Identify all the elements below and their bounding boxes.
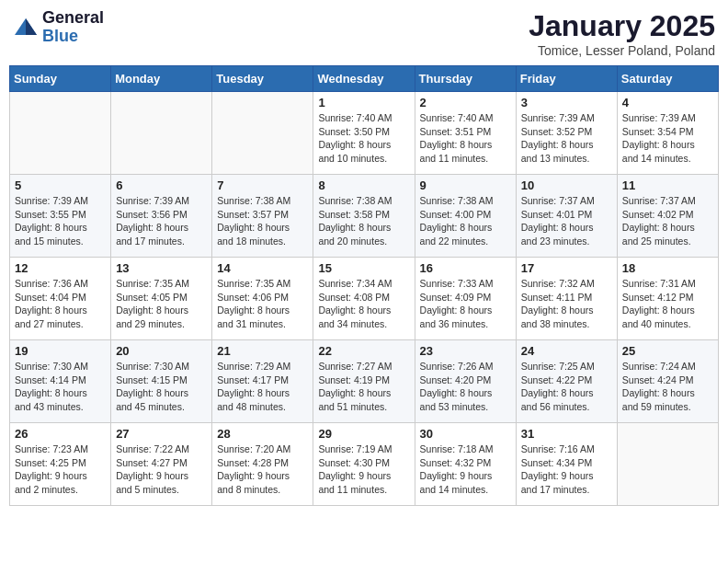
calendar-cell: 7Sunrise: 7:38 AM Sunset: 3:57 PM Daylig… [212, 175, 313, 258]
day-number: 4 [622, 96, 713, 109]
day-info: Sunrise: 7:34 AM Sunset: 4:08 PM Dayligh… [318, 277, 409, 331]
calendar-cell: 30Sunrise: 7:18 AM Sunset: 4:32 PM Dayli… [415, 423, 516, 506]
day-info: Sunrise: 7:35 AM Sunset: 4:06 PM Dayligh… [217, 277, 308, 331]
day-header-thursday: Thursday [415, 66, 516, 92]
day-header-wednesday: Wednesday [313, 66, 415, 92]
day-info: Sunrise: 7:29 AM Sunset: 4:17 PM Dayligh… [217, 360, 308, 414]
logo-general: General [42, 9, 104, 28]
calendar-cell: 11Sunrise: 7:37 AM Sunset: 4:02 PM Dayli… [617, 175, 718, 258]
logo-icon [13, 15, 39, 40]
title-block: January 2025 Tomice, Lesser Poland, Pola… [529, 9, 715, 58]
day-info: Sunrise: 7:22 AM Sunset: 4:27 PM Dayligh… [116, 442, 207, 497]
day-number: 1 [318, 96, 409, 109]
day-info: Sunrise: 7:36 AM Sunset: 4:04 PM Dayligh… [15, 277, 106, 331]
day-number: 19 [15, 344, 106, 358]
day-number: 8 [318, 178, 409, 192]
logo-text: General Blue [42, 9, 104, 46]
calendar-cell: 3Sunrise: 7:39 AM Sunset: 3:52 PM Daylig… [516, 92, 617, 175]
logo: General Blue [13, 9, 104, 46]
day-number: 20 [116, 344, 207, 358]
calendar-week-5: 26Sunrise: 7:23 AM Sunset: 4:25 PM Dayli… [10, 423, 719, 506]
calendar-week-1: 1Sunrise: 7:40 AM Sunset: 3:50 PM Daylig… [10, 92, 719, 175]
location: Tomice, Lesser Poland, Poland [529, 43, 715, 58]
day-number: 31 [521, 427, 612, 441]
calendar-cell: 28Sunrise: 7:20 AM Sunset: 4:28 PM Dayli… [212, 423, 313, 506]
day-info: Sunrise: 7:39 AM Sunset: 3:55 PM Dayligh… [15, 194, 106, 248]
day-info: Sunrise: 7:30 AM Sunset: 4:15 PM Dayligh… [116, 360, 207, 414]
day-info: Sunrise: 7:18 AM Sunset: 4:32 PM Dayligh… [420, 442, 511, 497]
calendar-cell: 1Sunrise: 7:40 AM Sunset: 3:50 PM Daylig… [313, 92, 415, 175]
day-info: Sunrise: 7:38 AM Sunset: 3:58 PM Dayligh… [318, 194, 409, 248]
day-number: 21 [217, 344, 308, 358]
day-info: Sunrise: 7:39 AM Sunset: 3:54 PM Dayligh… [622, 111, 713, 166]
day-number: 3 [521, 96, 612, 109]
calendar-cell: 5Sunrise: 7:39 AM Sunset: 3:55 PM Daylig… [10, 175, 111, 258]
calendar-cell [10, 92, 111, 175]
calendar-cell: 19Sunrise: 7:30 AM Sunset: 4:14 PM Dayli… [10, 340, 111, 423]
day-info: Sunrise: 7:30 AM Sunset: 4:14 PM Dayligh… [15, 360, 106, 414]
day-number: 29 [318, 427, 409, 441]
day-number: 17 [521, 261, 612, 275]
day-header-friday: Friday [516, 66, 617, 92]
calendar-cell: 23Sunrise: 7:26 AM Sunset: 4:20 PM Dayli… [415, 340, 516, 423]
calendar-cell: 8Sunrise: 7:38 AM Sunset: 3:58 PM Daylig… [313, 175, 415, 258]
calendar-week-2: 5Sunrise: 7:39 AM Sunset: 3:55 PM Daylig… [10, 175, 719, 258]
day-info: Sunrise: 7:39 AM Sunset: 3:52 PM Dayligh… [521, 111, 612, 166]
day-info: Sunrise: 7:35 AM Sunset: 4:05 PM Dayligh… [116, 277, 207, 331]
day-number: 12 [15, 261, 106, 275]
day-number: 6 [116, 178, 207, 192]
day-number: 18 [622, 261, 713, 275]
calendar-cell: 27Sunrise: 7:22 AM Sunset: 4:27 PM Dayli… [111, 423, 212, 506]
day-number: 30 [420, 427, 511, 441]
day-number: 23 [420, 344, 511, 358]
day-info: Sunrise: 7:26 AM Sunset: 4:20 PM Dayligh… [420, 360, 511, 414]
day-number: 11 [622, 178, 713, 192]
day-info: Sunrise: 7:27 AM Sunset: 4:19 PM Dayligh… [318, 360, 409, 414]
calendar-cell: 2Sunrise: 7:40 AM Sunset: 3:51 PM Daylig… [415, 92, 516, 175]
calendar-cell: 24Sunrise: 7:25 AM Sunset: 4:22 PM Dayli… [516, 340, 617, 423]
day-number: 15 [318, 261, 409, 275]
calendar-cell: 4Sunrise: 7:39 AM Sunset: 3:54 PM Daylig… [617, 92, 718, 175]
calendar-week-4: 19Sunrise: 7:30 AM Sunset: 4:14 PM Dayli… [10, 340, 719, 423]
calendar-cell: 29Sunrise: 7:19 AM Sunset: 4:30 PM Dayli… [313, 423, 415, 506]
day-info: Sunrise: 7:40 AM Sunset: 3:50 PM Dayligh… [318, 111, 409, 166]
day-info: Sunrise: 7:23 AM Sunset: 4:25 PM Dayligh… [15, 442, 106, 497]
calendar-cell: 17Sunrise: 7:32 AM Sunset: 4:11 PM Dayli… [516, 258, 617, 340]
calendar-cell: 6Sunrise: 7:39 AM Sunset: 3:56 PM Daylig… [111, 175, 212, 258]
calendar-cell: 16Sunrise: 7:33 AM Sunset: 4:09 PM Dayli… [415, 258, 516, 340]
day-info: Sunrise: 7:24 AM Sunset: 4:24 PM Dayligh… [622, 360, 713, 414]
day-info: Sunrise: 7:31 AM Sunset: 4:12 PM Dayligh… [622, 277, 713, 331]
day-number: 10 [521, 178, 612, 192]
day-number: 26 [15, 427, 106, 441]
day-header-tuesday: Tuesday [212, 66, 313, 92]
day-info: Sunrise: 7:37 AM Sunset: 4:02 PM Dayligh… [622, 194, 713, 248]
day-number: 16 [420, 261, 511, 275]
day-number: 14 [217, 261, 308, 275]
calendar-cell: 25Sunrise: 7:24 AM Sunset: 4:24 PM Dayli… [617, 340, 718, 423]
day-info: Sunrise: 7:19 AM Sunset: 4:30 PM Dayligh… [318, 442, 409, 497]
calendar-cell: 26Sunrise: 7:23 AM Sunset: 4:25 PM Dayli… [10, 423, 111, 506]
day-header-sunday: Sunday [10, 66, 111, 92]
day-info: Sunrise: 7:38 AM Sunset: 3:57 PM Dayligh… [217, 194, 308, 248]
calendar-header-row: SundayMondayTuesdayWednesdayThursdayFrid… [10, 66, 719, 92]
calendar-cell: 22Sunrise: 7:27 AM Sunset: 4:19 PM Dayli… [313, 340, 415, 423]
calendar-cell: 20Sunrise: 7:30 AM Sunset: 4:15 PM Dayli… [111, 340, 212, 423]
calendar-cell [617, 423, 718, 506]
calendar-cell [111, 92, 212, 175]
calendar-cell: 9Sunrise: 7:38 AM Sunset: 4:00 PM Daylig… [415, 175, 516, 258]
day-info: Sunrise: 7:37 AM Sunset: 4:01 PM Dayligh… [521, 194, 612, 248]
calendar-cell: 31Sunrise: 7:16 AM Sunset: 4:34 PM Dayli… [516, 423, 617, 506]
logo-blue-text: Blue [42, 28, 104, 46]
day-number: 5 [15, 178, 106, 192]
day-info: Sunrise: 7:40 AM Sunset: 3:51 PM Dayligh… [420, 111, 511, 166]
calendar-cell: 14Sunrise: 7:35 AM Sunset: 4:06 PM Dayli… [212, 258, 313, 340]
day-header-saturday: Saturday [617, 66, 718, 92]
day-info: Sunrise: 7:33 AM Sunset: 4:09 PM Dayligh… [420, 277, 511, 331]
day-number: 7 [217, 178, 308, 192]
page-header: General Blue January 2025 Tomice, Lesser… [9, 9, 719, 58]
calendar-cell: 15Sunrise: 7:34 AM Sunset: 4:08 PM Dayli… [313, 258, 415, 340]
calendar-cell: 10Sunrise: 7:37 AM Sunset: 4:01 PM Dayli… [516, 175, 617, 258]
calendar-cell [212, 92, 313, 175]
calendar-cell: 18Sunrise: 7:31 AM Sunset: 4:12 PM Dayli… [617, 258, 718, 340]
calendar-table: SundayMondayTuesdayWednesdayThursdayFrid… [9, 65, 719, 506]
